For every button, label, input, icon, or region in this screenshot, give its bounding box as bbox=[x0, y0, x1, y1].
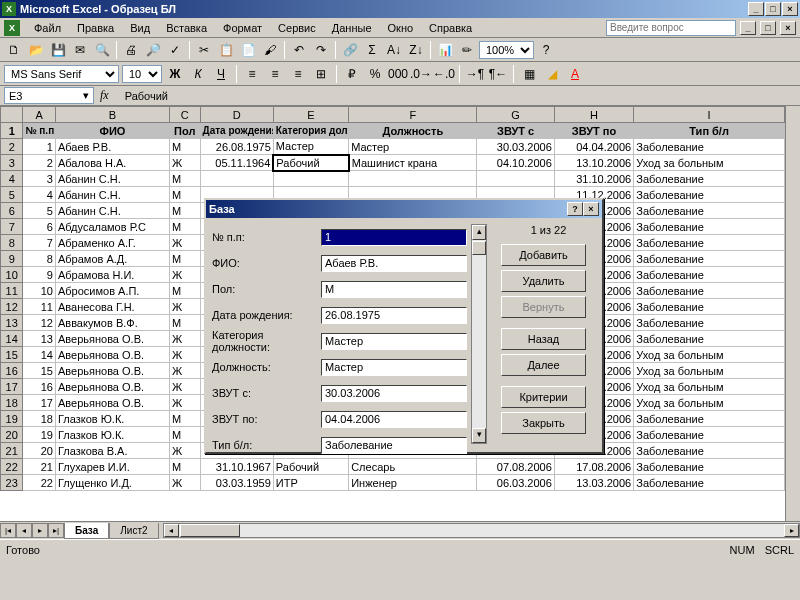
format-painter-icon[interactable]: 🖌 bbox=[260, 40, 280, 60]
field-pos[interactable] bbox=[321, 359, 467, 376]
menu-file[interactable]: Файл bbox=[26, 20, 69, 36]
next-button[interactable]: Далее bbox=[501, 354, 586, 376]
field-dob[interactable] bbox=[321, 307, 467, 324]
menu-format[interactable]: Формат bbox=[215, 20, 270, 36]
open-icon[interactable]: 📂 bbox=[26, 40, 46, 60]
menu-view[interactable]: Вид bbox=[122, 20, 158, 36]
menu-window[interactable]: Окно bbox=[380, 20, 422, 36]
menu-edit[interactable]: Правка bbox=[69, 20, 122, 36]
mail-icon[interactable]: ✉ bbox=[70, 40, 90, 60]
menu-tools[interactable]: Сервис bbox=[270, 20, 324, 36]
dialog-help-button[interactable]: ? bbox=[567, 202, 583, 216]
sheet-tabs-bar: |◂ ◂ ▸ ▸| База Лист2 ◂▸ bbox=[0, 521, 800, 539]
help-icon[interactable]: ? bbox=[536, 40, 556, 60]
dec-indent-icon[interactable]: ¶← bbox=[488, 64, 508, 84]
font-color-icon[interactable]: A bbox=[565, 64, 585, 84]
delete-button[interactable]: Удалить bbox=[501, 270, 586, 292]
field-zp[interactable] bbox=[321, 411, 467, 428]
tab-prev-button[interactable]: ◂ bbox=[16, 523, 32, 538]
merge-icon[interactable]: ⊞ bbox=[311, 64, 331, 84]
record-counter: 1 из 22 bbox=[501, 224, 596, 244]
workbook-icon: X bbox=[4, 20, 20, 36]
inc-indent-icon[interactable]: →¶ bbox=[465, 64, 485, 84]
close-button[interactable]: × bbox=[782, 2, 798, 16]
field-fio[interactable] bbox=[321, 255, 467, 272]
dec-decimal-icon[interactable]: ←.0 bbox=[434, 64, 454, 84]
percent-icon[interactable]: % bbox=[365, 64, 385, 84]
sheet-tab-other[interactable]: Лист2 bbox=[109, 523, 158, 539]
app-titlebar: X Microsoft Excel - Образец БЛ _ □ × bbox=[0, 0, 800, 18]
hyperlink-icon[interactable]: 🔗 bbox=[340, 40, 360, 60]
undo-icon[interactable]: ↶ bbox=[289, 40, 309, 60]
cut-icon[interactable]: ✂ bbox=[194, 40, 214, 60]
copy-icon[interactable]: 📋 bbox=[216, 40, 236, 60]
back-button[interactable]: Назад bbox=[501, 328, 586, 350]
redo-icon[interactable]: ↷ bbox=[311, 40, 331, 60]
field-type[interactable] bbox=[321, 437, 467, 454]
field-pol[interactable] bbox=[321, 281, 467, 298]
sheet-tab-active[interactable]: База bbox=[64, 523, 109, 539]
drawing-icon[interactable]: ✏ bbox=[457, 40, 477, 60]
underline-icon[interactable]: Ч bbox=[211, 64, 231, 84]
label-pos: Должность: bbox=[212, 361, 321, 373]
print-icon[interactable]: 🖨 bbox=[121, 40, 141, 60]
field-num[interactable] bbox=[321, 229, 467, 246]
autosum-icon[interactable]: Σ bbox=[362, 40, 382, 60]
bold-icon[interactable]: Ж bbox=[165, 64, 185, 84]
save-icon[interactable]: 💾 bbox=[48, 40, 68, 60]
tab-last-button[interactable]: ▸| bbox=[48, 523, 64, 538]
paste-icon[interactable]: 📄 bbox=[238, 40, 258, 60]
menu-data[interactable]: Данные bbox=[324, 20, 380, 36]
doc-minimize-button[interactable]: _ bbox=[740, 21, 756, 35]
inc-decimal-icon[interactable]: .0→ bbox=[411, 64, 431, 84]
horizontal-scrollbar[interactable]: ◂▸ bbox=[163, 523, 800, 538]
minimize-button[interactable]: _ bbox=[748, 2, 764, 16]
criteria-button[interactable]: Критерии bbox=[501, 386, 586, 408]
table-row[interactable]: 32Абалова Н.А.Ж05.11.1964РабочийМашинист… bbox=[1, 155, 785, 171]
table-row[interactable]: 21Абаев Р.В.М26.08.1975МастерМастер30.03… bbox=[1, 139, 785, 155]
align-right-icon[interactable]: ≡ bbox=[288, 64, 308, 84]
sort-asc-icon[interactable]: A↓ bbox=[384, 40, 404, 60]
search-icon[interactable]: 🔍 bbox=[92, 40, 112, 60]
doc-close-button[interactable]: × bbox=[780, 21, 796, 35]
borders-icon[interactable]: ▦ bbox=[519, 64, 539, 84]
menu-insert[interactable]: Вставка bbox=[158, 20, 215, 36]
italic-icon[interactable]: К bbox=[188, 64, 208, 84]
restore-button[interactable]: Вернуть bbox=[501, 296, 586, 318]
add-button[interactable]: Добавить bbox=[501, 244, 586, 266]
fontsize-combo[interactable]: 10 bbox=[122, 65, 162, 83]
fx-icon[interactable]: fx bbox=[100, 88, 109, 103]
column-headers[interactable]: A BC DE FG HI bbox=[1, 107, 785, 123]
doc-restore-button[interactable]: □ bbox=[760, 21, 776, 35]
zoom-combo[interactable]: 100% bbox=[479, 41, 534, 59]
field-cat[interactable] bbox=[321, 333, 467, 350]
menu-help[interactable]: Справка bbox=[421, 20, 480, 36]
label-type: Тип б/л: bbox=[212, 439, 321, 451]
menubar: X Файл Правка Вид Вставка Формат Сервис … bbox=[0, 18, 800, 38]
align-center-icon[interactable]: ≡ bbox=[265, 64, 285, 84]
tab-first-button[interactable]: |◂ bbox=[0, 523, 16, 538]
spell-icon[interactable]: ✓ bbox=[165, 40, 185, 60]
help-question-input[interactable] bbox=[606, 20, 736, 36]
maximize-button[interactable]: □ bbox=[765, 2, 781, 16]
align-left-icon[interactable]: ≡ bbox=[242, 64, 262, 84]
table-row[interactable]: 43Абанин С.Н.М31.10.2006Заболевание bbox=[1, 171, 785, 187]
table-row[interactable]: 2322Глущенко И.Д.Ж03.03.1959ИТРИнженер06… bbox=[1, 475, 785, 491]
sort-desc-icon[interactable]: Z↓ bbox=[406, 40, 426, 60]
dialog-titlebar[interactable]: База ? × bbox=[206, 200, 602, 218]
currency-icon[interactable]: ₽ bbox=[342, 64, 362, 84]
dialog-scrollbar[interactable]: ▴▾ bbox=[471, 224, 487, 444]
dialog-close-button[interactable]: × bbox=[583, 202, 599, 216]
tab-next-button[interactable]: ▸ bbox=[32, 523, 48, 538]
formula-content[interactable]: Рабочий bbox=[115, 90, 168, 102]
name-box[interactable]: E3▾ bbox=[4, 87, 94, 104]
vertical-scrollbar[interactable] bbox=[785, 106, 800, 521]
fill-color-icon[interactable]: ◢ bbox=[542, 64, 562, 84]
comma-icon[interactable]: 000 bbox=[388, 64, 408, 84]
new-icon[interactable]: 🗋 bbox=[4, 40, 24, 60]
preview-icon[interactable]: 🔎 bbox=[143, 40, 163, 60]
field-zs[interactable] bbox=[321, 385, 467, 402]
chart-icon[interactable]: 📊 bbox=[435, 40, 455, 60]
font-combo[interactable]: MS Sans Serif bbox=[4, 65, 119, 83]
close-form-button[interactable]: Закрыть bbox=[501, 412, 586, 434]
